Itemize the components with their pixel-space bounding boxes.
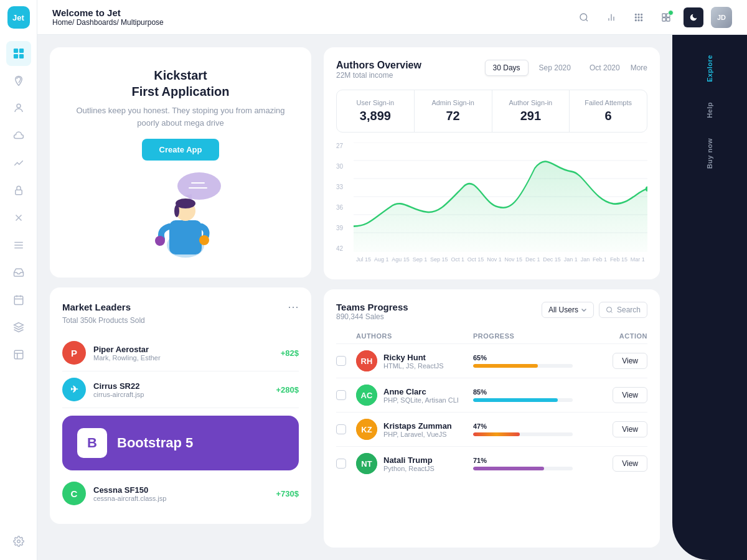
view-button-natali[interactable]: View: [613, 455, 647, 472]
svg-rect-5: [15, 190, 22, 195]
dark-mode-toggle[interactable]: [684, 7, 703, 27]
panel-btn-buy[interactable]: Buy now: [706, 128, 713, 179]
bootstrap-card: B Bootstrap 5: [62, 416, 299, 470]
author-anne: AC Anne Clarc PHP, SQLite, Artisan CLI: [356, 385, 473, 406]
sidebar-logo[interactable]: Jet: [7, 6, 30, 29]
author-natali: NT Natali Trump Python, ReactJS: [356, 453, 473, 474]
market-row-cessna: C Cessna SF150 cessna-aircraft.class.jsp…: [62, 475, 299, 511]
market-leaders-title: Market Leaders: [62, 302, 131, 312]
search-icon[interactable]: [574, 7, 594, 27]
market-row-piper: P Piper Aerostar Mark, Rowling, Esther +…: [62, 335, 299, 371]
svg-point-56: [606, 307, 611, 312]
svg-rect-2: [13, 54, 17, 58]
ricky-skills: HTML, JS, ReactJS: [383, 362, 444, 370]
sidebar-item-template[interactable]: [6, 342, 31, 367]
view-button-kristaps[interactable]: View: [613, 421, 647, 437]
avatar-kristaps: KZ: [356, 419, 377, 440]
cirrus-logo: ✈: [62, 378, 86, 401]
svg-point-30: [641, 17, 642, 18]
svg-point-20: [580, 14, 587, 21]
user-signin-value: 3,899: [347, 109, 404, 123]
checkbox-kristaps[interactable]: [336, 424, 346, 434]
grid-dots-icon[interactable]: [629, 7, 649, 27]
breadcrumb-dashboards[interactable]: Dashboards/: [77, 18, 119, 27]
svg-rect-35: [667, 14, 670, 17]
col-authors: AUTHORS: [356, 332, 473, 340]
bar-chart-icon[interactable]: [601, 7, 621, 27]
author-signin-value: 291: [502, 109, 560, 123]
panel-btn-help[interactable]: Help: [706, 92, 713, 128]
sidebar-item-fingerprint[interactable]: [6, 68, 31, 93]
natali-skills: Python, ReactJS: [383, 465, 435, 472]
teams-filter-dropdown[interactable]: All Users: [542, 302, 594, 318]
anne-skills: PHP, SQLite, Artisan CLI: [383, 396, 459, 404]
breadcrumb-home[interactable]: Home/: [52, 18, 74, 27]
kristaps-skills: PHP, Laravel, VueJS: [383, 431, 452, 438]
svg-rect-1: [19, 49, 23, 53]
svg-text:RH: RH: [361, 357, 373, 366]
svg-rect-16: [14, 350, 23, 359]
authors-overview-header: Authors Overview 22M total income: [336, 60, 421, 80]
sidebar-item-settings[interactable]: [6, 529, 31, 554]
avatar-anne: AC: [356, 385, 377, 406]
checkbox-anne[interactable]: [336, 390, 346, 400]
right-column: Authors Overview 22M total income 30 Day…: [324, 35, 672, 560]
checkbox-ricky[interactable]: [336, 356, 346, 366]
authors-overview-subtitle: 22M total income: [336, 71, 421, 80]
checkbox-natali[interactable]: [336, 459, 346, 469]
sidebar-item-inbox[interactable]: [6, 260, 31, 285]
period-tab-30days[interactable]: 30 Days: [485, 60, 529, 76]
page-title: Welcome to Jet: [52, 7, 566, 18]
market-leaders-more[interactable]: ⋯: [288, 300, 299, 314]
svg-point-33: [641, 19, 642, 21]
anne-name: Anne Clarc: [383, 387, 459, 396]
svg-point-25: [635, 14, 636, 15]
avatar[interactable]: JD: [711, 7, 732, 28]
ricky-name: Ricky Hunt: [383, 353, 444, 362]
chart-x-labels: Jul 15Aug 1Agu 15Sep 1Sep 15Oct 1Oct 15N…: [354, 252, 647, 267]
svg-rect-11: [14, 296, 23, 305]
chart-area: [354, 142, 647, 252]
svg-point-47: [199, 235, 209, 245]
content: KickstartKickstart First ApplicationFirs…: [37, 35, 747, 560]
svg-marker-15: [14, 323, 23, 328]
period-tab-oct[interactable]: Oct 2020: [581, 60, 628, 76]
stat-admin-signin: Admin Sign-in 72: [415, 90, 492, 132]
sidebar-item-close[interactable]: [6, 205, 31, 230]
natali-progress: 71%: [473, 457, 598, 470]
svg-rect-3: [19, 54, 23, 58]
kickstart-illustration: [137, 170, 224, 258]
create-app-button[interactable]: Create App: [142, 139, 220, 161]
cirrus-name: Cirrus SR22: [93, 381, 268, 391]
failed-attempts-label: Failed Attempts: [580, 99, 637, 106]
stat-user-signin: User Sign-in 3,899: [337, 90, 415, 132]
teams-header-left: Teams Progress 890,344 Sales: [336, 302, 408, 321]
sidebar-item-lock[interactable]: [6, 178, 31, 203]
sidebar-item-calendar[interactable]: [6, 287, 31, 312]
breadcrumb-current: Multipurpose: [121, 18, 164, 27]
period-more[interactable]: More: [631, 63, 647, 72]
grid-view-icon[interactable]: [656, 7, 676, 27]
view-button-anne[interactable]: View: [613, 387, 647, 403]
teams-progress-title: Teams Progress: [336, 302, 408, 312]
sidebar-item-list[interactable]: [6, 233, 31, 258]
panel-btn-explore[interactable]: Explore: [706, 45, 713, 92]
svg-point-19: [17, 540, 20, 543]
sidebar-item-dashboard[interactable]: [6, 41, 31, 66]
sidebar: Jet: [0, 0, 37, 560]
sidebar-item-user[interactable]: [6, 96, 31, 121]
sidebar-item-layers[interactable]: [6, 315, 31, 340]
period-tab-sep[interactable]: Sep 2020: [531, 60, 579, 76]
ricky-progress: 65%: [473, 354, 598, 368]
sidebar-item-cloud[interactable]: [6, 123, 31, 148]
stat-author-signin: Author Sign-in 291: [492, 90, 570, 132]
anne-progress: 85%: [473, 388, 598, 402]
sidebar-item-chart[interactable]: [6, 151, 31, 175]
teams-search[interactable]: Search: [599, 302, 647, 318]
admin-signin-label: Admin Sign-in: [425, 99, 482, 106]
svg-point-32: [638, 19, 639, 21]
kickstart-description: Outlines keep you honest. They stoping y…: [65, 105, 296, 129]
piper-logo: P: [62, 341, 86, 365]
view-button-ricky[interactable]: View: [613, 353, 647, 369]
topbar: Welcome to Jet Home/ Dashboards/ Multipu…: [37, 0, 747, 35]
